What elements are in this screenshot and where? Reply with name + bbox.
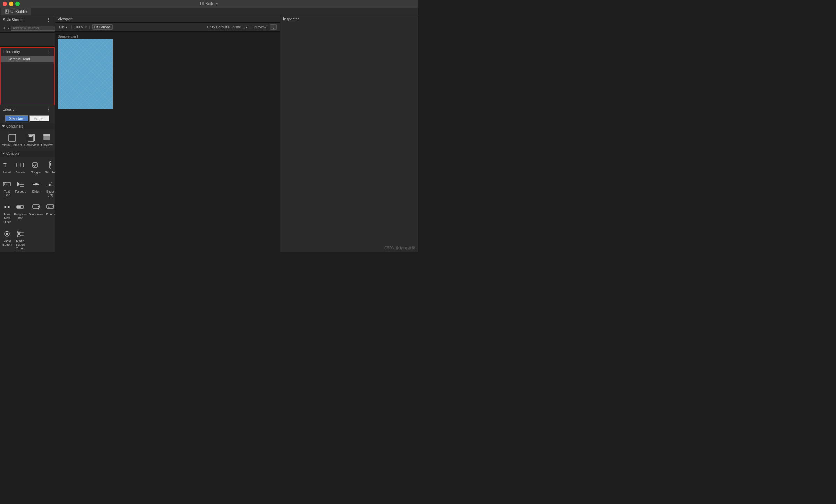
svg-rect-8 [43, 136, 50, 138]
category-containers-label: Containers [6, 124, 23, 128]
svg-rect-1 [6, 10, 7, 12]
stylesheets-menu-button[interactable]: ⋮ [45, 17, 52, 22]
hierarchy-item-sample[interactable]: Sample.uxml [1, 56, 54, 62]
svg-point-53 [6, 233, 8, 235]
add-selector-input[interactable] [11, 26, 59, 31]
close-button[interactable] [3, 2, 7, 6]
svg-rect-2 [9, 134, 16, 141]
maximize-button[interactable] [15, 2, 20, 6]
preview-button[interactable]: Preview [252, 25, 268, 29]
viewport-menu-button[interactable]: ⋮ [270, 24, 277, 30]
list-view-label: ListView [41, 143, 52, 147]
canvas-label: Sample.uxml [58, 35, 277, 38]
slider-int-icon: i [45, 179, 55, 189]
lib-item-visual-element[interactable]: VisualElement [1, 131, 23, 149]
tab-label: UI Builder [10, 9, 27, 14]
fit-canvas-button[interactable]: Fit Canvas [92, 24, 113, 30]
svg-text:T: T [3, 162, 7, 168]
lib-item-enum[interactable]: E Enum [44, 200, 55, 226]
radio-button-icon [2, 229, 12, 239]
library-menu-button[interactable]: ⋮ [45, 107, 52, 112]
foldout-icon [15, 179, 25, 189]
lib-item-text-field[interactable]: Text Field [1, 177, 13, 200]
scroller-icon [45, 160, 55, 170]
lib-item-slider-int[interactable]: i Slider (Int) [44, 177, 55, 200]
category-containers: Containers [0, 123, 55, 129]
label-label: Label [3, 171, 11, 174]
lib-item-scroller[interactable]: Scroller [44, 158, 55, 177]
svg-text:E: E [48, 206, 50, 208]
dropdown-label: Dropdown [29, 213, 43, 216]
enum-icon: E [45, 202, 55, 212]
viewport-toolbar: File ▾ | 100% ▾ | Fit Canvas Unity Defau… [55, 23, 280, 32]
library-section: Library ⋮ Standard Project Containers [0, 105, 55, 252]
library-tab-standard[interactable]: Standard [5, 115, 29, 122]
min-max-slider-icon [2, 202, 12, 212]
svg-rect-6 [29, 136, 32, 137]
library-content: Containers VisualElement ScrollView [0, 123, 55, 249]
lib-item-foldout[interactable]: Foldout [13, 177, 27, 200]
tab-bar: UI Builder [0, 8, 418, 15]
button-label: Button [16, 171, 25, 174]
lib-item-list-view[interactable]: ListView [40, 131, 53, 149]
list-view-icon [42, 133, 52, 143]
containers-collapse-icon [2, 125, 5, 127]
title-bar: UI Builder [0, 0, 418, 8]
lib-item-radio-button[interactable]: Radio Button [1, 227, 13, 249]
scroller-label: Scroller [45, 171, 55, 174]
svg-line-27 [6, 183, 8, 185]
viewport-panel: Viewport File ▾ | 100% ▾ | Fit Canvas Un… [55, 15, 280, 252]
lib-item-progress-bar[interactable]: Progress Bar [13, 200, 27, 226]
toggle-label: Toggle [31, 171, 41, 174]
min-max-slider-label: Min-Max Slider [2, 213, 12, 224]
add-stylesheet-button[interactable]: + [2, 25, 6, 31]
slider-label: Slider [32, 190, 40, 194]
inspector-title: Inspector [283, 17, 299, 21]
hierarchy-menu-button[interactable]: ⋮ [45, 49, 51, 55]
svg-point-55 [18, 232, 20, 233]
lib-item-group-box[interactable]: Group GroupBox [54, 131, 55, 149]
visual-element-label: VisualElement [2, 143, 22, 147]
runtime-dropdown[interactable]: Unity Default Runtime ... ▾ [207, 25, 247, 29]
main-layout: StyleSheets ⋮ + ▾ ⋮ Hierarchy ⋮ Sample.u… [0, 15, 418, 252]
lib-item-label[interactable]: T Label [1, 158, 13, 177]
svg-rect-20 [50, 163, 51, 166]
lib-item-slider[interactable]: Slider [28, 177, 44, 200]
stylesheets-title: StyleSheets [3, 17, 23, 22]
viewport-header: Viewport [55, 15, 280, 23]
window-controls [3, 2, 20, 6]
hierarchy-item-label: Sample.uxml [8, 57, 30, 61]
button-icon [15, 160, 25, 170]
svg-point-36 [49, 184, 51, 186]
inspector-panel: Inspector [280, 15, 418, 252]
hierarchy-title: Hierarchy [3, 50, 20, 54]
lib-item-dropdown[interactable]: Dropdown [28, 200, 44, 226]
lib-item-radio-button-group[interactable]: Radio Button Group [13, 227, 27, 249]
controls-grid: T Label Button [0, 157, 55, 249]
lib-item-scroll-view[interactable]: ScrollView [23, 131, 39, 149]
svg-rect-4 [34, 134, 35, 141]
lib-item-toggle[interactable]: Toggle [28, 158, 44, 177]
svg-rect-10 [43, 141, 50, 141]
file-dropdown-button[interactable]: File ▾ [58, 25, 69, 29]
category-controls-label: Controls [6, 152, 19, 156]
add-selector-label: ▾ [8, 26, 9, 30]
svg-text:i: i [51, 181, 52, 184]
svg-point-33 [36, 183, 38, 185]
library-tab-bar: Standard Project [0, 114, 55, 123]
tab-ui-builder[interactable]: UI Builder [1, 8, 31, 15]
canvas-area[interactable] [58, 39, 113, 109]
inspector-header: Inspector [280, 15, 418, 22]
lib-item-button[interactable]: Button [13, 158, 27, 177]
toggle-icon [31, 160, 41, 170]
stylesheets-section: StyleSheets ⋮ + ▾ ⋮ [0, 15, 55, 47]
library-tab-project[interactable]: Project [29, 115, 50, 122]
minimize-button[interactable] [9, 2, 13, 6]
library-header: Library ⋮ [0, 105, 55, 114]
viewport-title: Viewport [58, 17, 73, 21]
watermark: CSDN @dying 摘录 [384, 246, 415, 251]
scroll-view-icon [27, 133, 36, 143]
lib-item-min-max-slider[interactable]: Min-Max Slider [1, 200, 13, 226]
progress-bar-icon [15, 202, 25, 212]
svg-rect-7 [43, 134, 50, 136]
